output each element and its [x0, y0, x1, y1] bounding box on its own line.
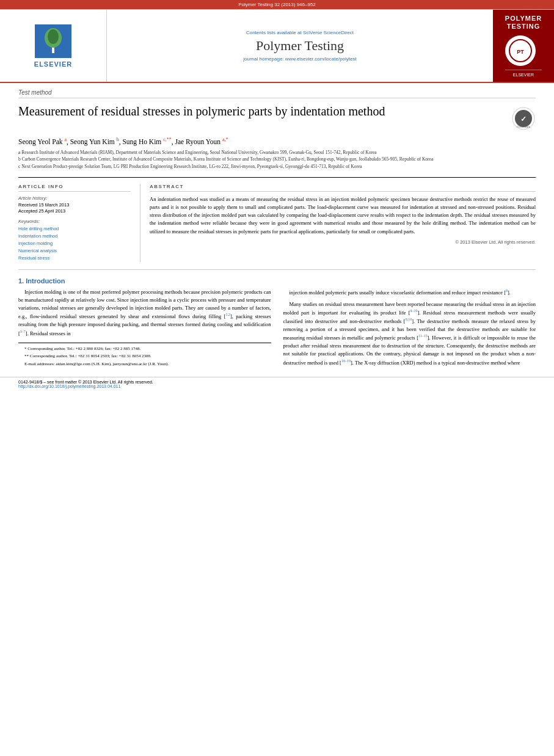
intro-para1: Injection molding is one of the most pre…: [18, 288, 271, 338]
bottom-bar: 0142-9418/$ – see front matter © 2013 El…: [0, 377, 554, 391]
copyright-line: © 2013 Elsevier Ltd. All rights reserved…: [150, 239, 536, 245]
elsevier-logo-section: ELSEVIER: [0, 10, 107, 82]
history-label: Article history:: [18, 195, 131, 201]
abstract-text: An indentation method was studied as a m…: [150, 195, 536, 236]
footnotes: * Corresponding author. Tel.: +82 2 880 …: [18, 343, 271, 368]
journal-title-section: Contents lists available at SciVerse Sci…: [107, 10, 493, 82]
keyword-1: Hole drilling method: [18, 225, 131, 233]
keyword-5: Residual stress: [18, 255, 131, 262]
footnote-email: E-mail addresses: aidan.kim@lge.com (S.H…: [18, 361, 271, 368]
keywords-label: Keywords:: [18, 219, 131, 224]
journal-title: Polymer Testing: [256, 38, 344, 54]
keyword-2: Indentation method: [18, 233, 131, 240]
copyright-notice: 0142-9418/$ – see front matter © 2013 El…: [18, 380, 536, 384]
intro-heading: 1. Introduction: [18, 277, 536, 285]
pt-logo-section: POLYMER TESTING PT ELSEVIER: [493, 10, 554, 82]
svg-text:PT: PT: [517, 49, 524, 55]
affiliations: a Research Institute of Advanced Materia…: [18, 149, 536, 170]
article-history: Article history: Received 15 March 2013 …: [18, 195, 131, 214]
keyword-3: Injection molding: [18, 240, 131, 247]
elsevier-wordmark: ELSEVIER: [34, 60, 72, 68]
crossmark-icon[interactable]: ✓ CrossMark: [511, 106, 536, 131]
keyword-4: Numerical analysis: [18, 247, 131, 255]
accepted-date: Accepted 25 April 2013: [18, 208, 131, 214]
affiliation-c: c Next Generation Product-prestige Solut…: [18, 163, 536, 170]
received-date: Received 15 March 2013: [18, 202, 131, 208]
article-info-column: ARTICLE INFO Article history: Received 1…: [18, 184, 140, 262]
introduction-section: 1. Introduction Injection molding is one…: [0, 277, 554, 371]
pt-logo-sub: ELSEVIER: [505, 70, 542, 77]
footnote-starstar: ** Corresponding author. Tel.: +82 31 80…: [18, 353, 271, 360]
svg-point-3: [48, 29, 59, 44]
journal-header: ELSEVIER Contents lists available at Sci…: [0, 9, 554, 83]
sciverse-link[interactable]: SciVerse ScienceDirect: [303, 30, 354, 35]
journal-homepage[interactable]: journal homepage: www.elsevier.com/locat…: [243, 56, 356, 62]
keywords-list: Hole drilling method Indentation method …: [18, 225, 131, 262]
pt-logo-circle: PT: [505, 35, 536, 66]
journal-citation-bar: Polymer Testing 32 (2013) 946–952: [0, 0, 554, 9]
doi-link[interactable]: http://dx.doi.org/10.1016/j.polymertesti…: [18, 384, 536, 388]
test-method-label: Test method: [18, 89, 536, 98]
article-info-heading: ARTICLE INFO: [18, 184, 131, 192]
article-info-abstract-section: ARTICLE INFO Article history: Received 1…: [18, 177, 536, 262]
intro-col1: Injection molding is one of the most pre…: [18, 288, 271, 371]
footnote-star: * Corresponding author. Tel.: +82 2 880 …: [18, 346, 271, 352]
svg-text:CrossMark: CrossMark: [517, 125, 531, 128]
affiliation-a: a Research Institute of Advanced Materia…: [18, 149, 536, 156]
intro-body: Injection molding is one of the most pre…: [18, 288, 536, 371]
pt-logo-title: POLYMER TESTING: [505, 15, 542, 31]
article-title-row: Measurement of residual stresses in poly…: [18, 103, 536, 131]
authors-line: Seong Yeol Pak a, Seong Yun Kim b, Sung …: [18, 137, 536, 145]
abstract-column: ABSTRACT An indentation method was studi…: [140, 184, 536, 262]
svg-text:✓: ✓: [520, 115, 527, 123]
section-divider: [18, 269, 536, 270]
pt-logo: POLYMER TESTING PT ELSEVIER: [505, 15, 542, 77]
intro-col2-para1: injection molded polymeric parts usually…: [283, 288, 536, 297]
elsevier-logo: ELSEVIER: [34, 24, 72, 68]
journal-citation: Polymer Testing 32 (2013) 946–952: [238, 2, 316, 7]
intro-col2: injection molded polymeric parts usually…: [283, 288, 536, 371]
intro-col2-para2: Many studies on residual stress measurem…: [283, 300, 536, 367]
contents-line: Contents lists available at SciVerse Sci…: [246, 30, 354, 35]
abstract-heading: ABSTRACT: [150, 184, 536, 192]
elsevier-tree-icon: [35, 24, 71, 58]
affiliation-b: b Carbon Convergence Materials Research …: [18, 156, 536, 162]
article-section: Test method Measurement of residual stre…: [0, 83, 554, 270]
article-title: Measurement of residual stresses in poly…: [18, 103, 505, 119]
